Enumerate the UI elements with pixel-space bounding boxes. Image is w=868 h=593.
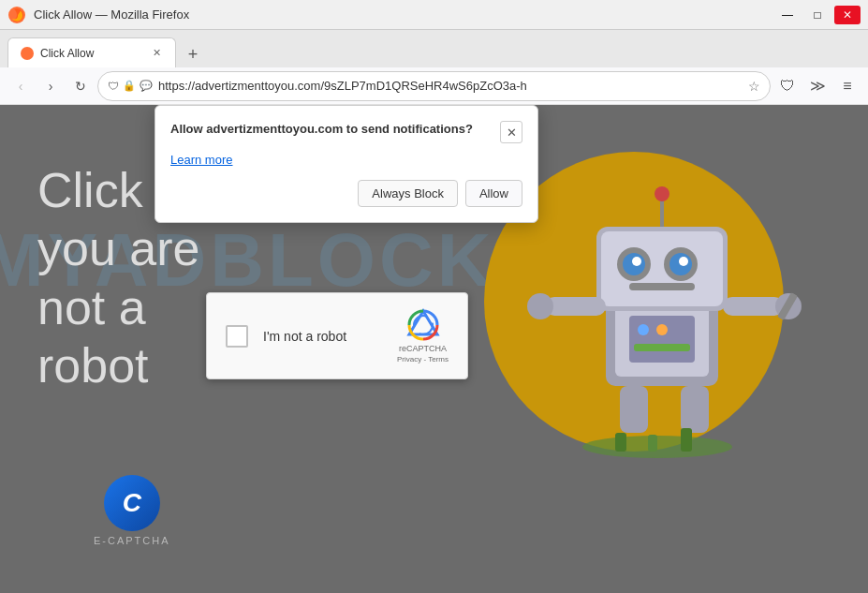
ecaptcha-logo-icon: C xyxy=(104,475,160,531)
popup-close-button[interactable]: ✕ xyxy=(500,121,522,143)
recaptcha-widget[interactable]: I'm not a robot reCAPTCHA Privacy - Term… xyxy=(206,292,468,379)
ecaptcha-area: C E-CAPTCHA xyxy=(94,475,170,546)
navigation-bar: ‹ › ↻ 🛡 🔒 💬 https://advertizmenttoyou.co… xyxy=(0,67,868,105)
recaptcha-brand-text: reCAPTCHA xyxy=(399,344,447,353)
tab-bar: Click Allow ✕ + xyxy=(0,30,868,67)
svg-rect-20 xyxy=(620,386,648,433)
reload-button[interactable]: ↻ xyxy=(67,73,94,99)
url-text: https://advertizmenttoyou.com/9sZLP7mD1Q… xyxy=(158,79,743,93)
recaptcha-label: I'm not a robot xyxy=(263,329,346,344)
titlebar-controls: — □ ✕ xyxy=(774,6,861,24)
tab-close-button[interactable]: ✕ xyxy=(149,46,164,61)
popup-header: Allow advertizmenttoyou.com to send noti… xyxy=(170,121,522,143)
tab-click-allow[interactable]: Click Allow ✕ xyxy=(7,37,176,67)
titlebar-left: Click Allow — Mozilla Firefox xyxy=(7,6,189,24)
svg-point-17 xyxy=(527,293,553,319)
forward-button[interactable]: › xyxy=(37,73,64,99)
shield-icon: 🛡 xyxy=(108,80,119,93)
recaptcha-links-text: Privacy - Terms xyxy=(397,355,449,363)
svg-rect-21 xyxy=(681,386,709,433)
titlebar-title: Click Allow — Mozilla Firefox xyxy=(34,7,189,22)
popup-buttons: Always Block Allow xyxy=(170,180,522,207)
popup-learn-more-link[interactable]: Learn more xyxy=(170,153,522,167)
svg-rect-22 xyxy=(629,316,695,363)
shield-browser-button[interactable]: 🛡 xyxy=(774,73,801,99)
svg-rect-16 xyxy=(723,297,784,316)
extensions-button[interactable]: ≫ xyxy=(804,73,831,99)
page-text-line4: robot xyxy=(37,338,149,393)
svg-rect-27 xyxy=(615,433,626,452)
bookmark-star-icon[interactable]: ☆ xyxy=(748,79,760,94)
recaptcha-logo-area: reCAPTCHA Privacy - Terms xyxy=(397,308,449,363)
close-window-button[interactable]: ✕ xyxy=(834,6,861,24)
recaptcha-checkbox[interactable] xyxy=(226,325,248,348)
page-text-line3: not a xyxy=(37,280,146,334)
notifications-icon: 💬 xyxy=(140,80,153,92)
back-button[interactable]: ‹ xyxy=(7,73,34,99)
lock-icon: 🔒 xyxy=(123,80,136,92)
new-tab-button[interactable]: + xyxy=(180,41,206,67)
firefox-logo-icon xyxy=(7,6,26,24)
menu-button[interactable]: ≡ xyxy=(834,73,861,99)
page-text-line2: you are xyxy=(37,221,199,275)
always-block-button[interactable]: Always Block xyxy=(358,180,458,207)
svg-point-10 xyxy=(632,257,641,266)
address-bar[interactable]: 🛡 🔒 💬 https://advertizmenttoyou.com/9sZL… xyxy=(97,71,771,101)
svg-rect-29 xyxy=(648,435,657,452)
titlebar: Click Allow — Mozilla Firefox — □ ✕ xyxy=(0,0,868,30)
tab-favicon-icon xyxy=(20,46,35,61)
svg-point-23 xyxy=(638,324,649,335)
svg-point-1 xyxy=(21,47,34,60)
address-icons: 🛡 🔒 💬 xyxy=(108,80,153,93)
popup-title: Allow advertizmenttoyou.com to send noti… xyxy=(170,121,473,138)
svg-rect-28 xyxy=(681,428,692,452)
tab-label: Click Allow xyxy=(40,47,143,60)
ecaptcha-label: E-CAPTCHA xyxy=(94,535,170,546)
allow-button[interactable]: Allow xyxy=(465,180,522,207)
svg-point-24 xyxy=(656,324,668,335)
svg-point-11 xyxy=(679,257,688,266)
svg-point-14 xyxy=(655,186,669,201)
svg-rect-12 xyxy=(629,283,695,290)
maximize-button[interactable]: □ xyxy=(804,6,831,24)
svg-rect-15 xyxy=(545,297,606,316)
svg-point-30 xyxy=(414,316,433,334)
svg-rect-25 xyxy=(634,344,690,351)
recaptcha-logo-icon xyxy=(406,308,440,342)
webpage: MYADBLOCK.COM xyxy=(0,105,868,593)
minimize-button[interactable]: — xyxy=(774,6,801,24)
notification-popup: Allow advertizmenttoyou.com to send noti… xyxy=(154,105,538,223)
